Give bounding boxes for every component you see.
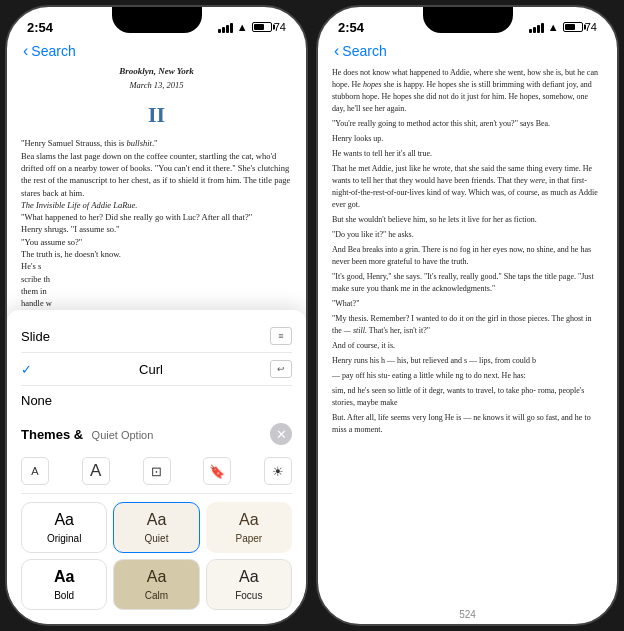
right-wifi-icon: ▲ <box>548 21 559 33</box>
themes-title-text: Themes & <box>21 427 83 442</box>
reading-para-12: Henry runs his h — his, but relieved and… <box>332 355 603 367</box>
right-time: 2:54 <box>338 20 364 35</box>
reading-para-9: "What?" <box>332 298 603 310</box>
book-para-2: The Invisible Life of Addie LaRue. <box>21 199 292 211</box>
left-back-button[interactable]: ‹ Search <box>23 43 290 59</box>
themes-title: Themes & Quiet Option <box>21 425 153 443</box>
reading-para-13: — pay off his stu- eating a little while… <box>332 370 603 382</box>
close-button[interactable]: ✕ <box>270 423 292 445</box>
theme-paper-name: Paper <box>235 533 262 544</box>
slide-icon: ≡ <box>270 327 292 345</box>
curl-icon: ↩ <box>270 360 292 378</box>
right-back-label: Search <box>342 43 386 59</box>
reading-para-14: sim, nd he's seen so little of it degr, … <box>332 385 603 409</box>
option-none-label: None <box>21 393 52 408</box>
columns-button[interactable]: ⊡ <box>143 457 171 485</box>
reading-para-0: He does not know what happened to Addie,… <box>332 67 603 115</box>
reading-para-15: But. After all, life seems very long He … <box>332 412 603 436</box>
battery-icon: 74 <box>252 21 286 33</box>
right-nav-bar: ‹ Search <box>318 39 617 65</box>
book-header: Brooklyn, New York March 13, 2015 <box>21 65 292 91</box>
scroll-options: Slide ≡ ✓ Curl ↩ None <box>21 320 292 415</box>
theme-bold-name: Bold <box>54 590 74 601</box>
book-para-5: "You assume so?" <box>21 236 292 248</box>
theme-bold-card[interactable]: Aa Bold <box>21 559 107 610</box>
reading-para-11: And of course, it is. <box>332 340 603 352</box>
font-large-button[interactable]: A <box>82 457 110 485</box>
theme-original-card[interactable]: Aa Original <box>21 502 107 553</box>
book-para-1: Bea slams the last page down on the coff… <box>21 150 292 199</box>
left-back-label: Search <box>31 43 75 59</box>
theme-focus-name: Focus <box>235 590 262 601</box>
back-chevron-icon: ‹ <box>23 43 28 59</box>
theme-original-aa: Aa <box>54 511 74 529</box>
theme-quiet-aa: Aa <box>147 511 167 529</box>
theme-focus-card[interactable]: Aa Focus <box>206 559 292 610</box>
reading-para-5: But she wouldn't believe him, so he lets… <box>332 214 603 226</box>
book-para-7: He's s <box>21 260 292 272</box>
book-location: Brooklyn, New York <box>21 65 292 78</box>
book-para-10: handle w <box>21 297 292 309</box>
right-status-icons: ▲ 74 <box>529 21 597 33</box>
reading-para-3: He wants to tell her it's all true. <box>332 148 603 160</box>
reading-para-10: "My thesis. Remember? I wanted to do it … <box>332 313 603 337</box>
right-battery-icon: 74 <box>563 21 597 33</box>
book-para-3: "What happened to her? Did she really go… <box>21 211 292 223</box>
theme-grid: Aa Original Aa Quiet Aa Paper Aa Bold Aa <box>21 502 292 610</box>
right-back-chevron-icon: ‹ <box>334 43 339 59</box>
theme-calm-name: Calm <box>145 590 168 601</box>
theme-calm-aa: Aa <box>147 568 167 586</box>
theme-paper-card[interactable]: Aa Paper <box>206 502 292 553</box>
page-number: 524 <box>318 605 617 624</box>
left-status-icons: ▲ 74 <box>218 21 286 33</box>
text-toolbar: A A ⊡ 🔖 ☀ <box>21 451 292 494</box>
themes-header: Themes & Quiet Option ✕ <box>21 423 292 445</box>
theme-calm-card[interactable]: Aa Calm <box>113 559 199 610</box>
theme-original-name: Original <box>47 533 81 544</box>
theme-focus-aa: Aa <box>239 568 259 586</box>
book-para-6: The truth is, he doesn't know. <box>21 248 292 260</box>
left-phone: 2:54 ▲ 74 ‹ Search <box>5 5 308 626</box>
reading-para-1: "You're really going to method actor thi… <box>332 118 603 130</box>
left-bottom-panel: Slide ≡ ✓ Curl ↩ None Themes & Quiet Opt… <box>7 310 306 624</box>
theme-quiet-name: Quiet <box>145 533 169 544</box>
reading-para-8: "It's good, Henry," she says. "It's real… <box>332 271 603 295</box>
right-reading-text: He does not know what happened to Addie,… <box>332 67 603 436</box>
wifi-icon: ▲ <box>237 21 248 33</box>
option-slide[interactable]: Slide ≡ <box>21 320 292 353</box>
checkmark-icon: ✓ <box>21 362 32 377</box>
right-reading-content: He does not know what happened to Addie,… <box>318 65 617 605</box>
signal-icon <box>218 22 233 33</box>
left-book-text: Brooklyn, New York March 13, 2015 II "He… <box>21 65 292 310</box>
reading-para-6: "Do you like it?" he asks. <box>332 229 603 241</box>
option-none[interactable]: None <box>21 386 292 415</box>
option-curl-label: Curl <box>139 362 163 377</box>
themes-subtitle: Quiet Option <box>92 429 154 441</box>
reading-para-7: And Bea breaks into a grin. There is no … <box>332 244 603 268</box>
option-slide-label: Slide <box>21 329 50 344</box>
right-notch <box>423 7 513 33</box>
book-para-0: "Henry Samuel Strauss, this is bullshit.… <box>21 137 292 149</box>
theme-quiet-card[interactable]: Aa Quiet <box>113 502 199 553</box>
book-para-8: scribe th <box>21 273 292 285</box>
theme-paper-aa: Aa <box>239 511 259 529</box>
book-para-9: them in <box>21 285 292 297</box>
reading-para-4: That he met Addie, just like he wrote, t… <box>332 163 603 211</box>
brightness-button[interactable]: ☀ <box>264 457 292 485</box>
book-date: March 13, 2015 <box>21 79 292 91</box>
notch <box>112 7 202 33</box>
left-time: 2:54 <box>27 20 53 35</box>
right-phone: 2:54 ▲ 74 ‹ Search <box>316 5 619 626</box>
reading-para-2: Henry looks up. <box>332 133 603 145</box>
right-back-button[interactable]: ‹ Search <box>334 43 601 59</box>
book-para-4: Henry shrugs. "I assume so." <box>21 223 292 235</box>
right-signal-icon <box>529 22 544 33</box>
left-nav-bar: ‹ Search <box>7 39 306 65</box>
theme-bold-aa: Aa <box>54 568 74 586</box>
book-chapter: II <box>21 99 292 131</box>
font-small-button[interactable]: A <box>21 457 49 485</box>
option-curl[interactable]: ✓ Curl ↩ <box>21 353 292 386</box>
bookmark-button[interactable]: 🔖 <box>203 457 231 485</box>
app-container: 2:54 ▲ 74 ‹ Search <box>5 5 619 626</box>
